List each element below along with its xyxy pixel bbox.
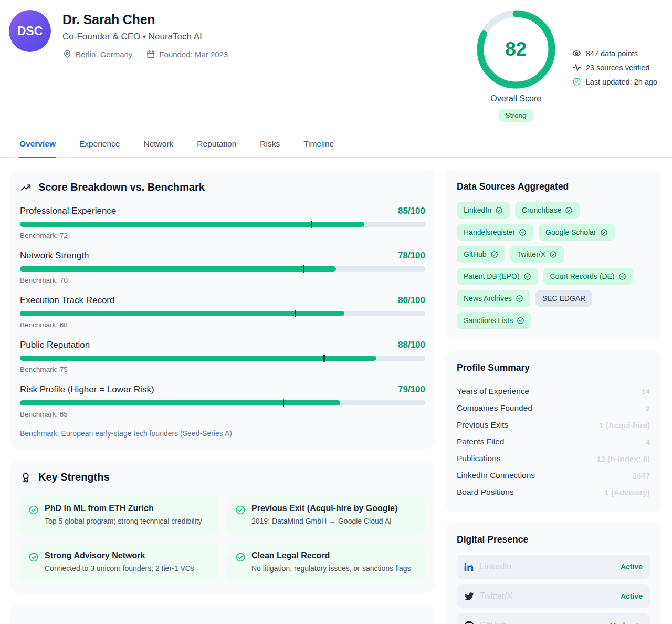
source-pill-news-archives: News Archives — [457, 290, 530, 307]
founded: Founded: Mar 2023 — [146, 49, 228, 59]
summary-row-patents-filed: Patents Filed 4 — [457, 433, 650, 450]
metric-label: Network Strength — [20, 251, 89, 261]
source-label: Patent DB (EPO) — [464, 272, 520, 280]
digital-presence-title: Digital Presence — [457, 534, 650, 545]
verified-check-icon — [516, 295, 523, 303]
tab-experience[interactable]: Experience — [79, 132, 120, 158]
profile-role: Co-Founder & CEO • NeuraTech AI — [62, 32, 228, 42]
summary-row-board-positions: Board Positions 1 (Advisory) — [457, 484, 650, 501]
source-pill-github: GitHub — [457, 246, 505, 263]
metric-label: Risk Profile (Higher = Lower Risk) — [20, 384, 154, 395]
data-sources-title: Data Sources Aggregated — [457, 181, 650, 192]
trending-up-icon — [20, 182, 32, 193]
summary-value: 2847 — [633, 471, 650, 480]
verified-check-icon — [517, 317, 524, 325]
location: Berlin, Germany — [62, 49, 132, 59]
source-label: Crunchbase — [522, 206, 562, 214]
source-pill-list: LinkedIn Crunchbase Handelsregister Goog… — [457, 202, 650, 329]
tab-timeline[interactable]: Timeline — [303, 132, 334, 158]
metric-bar — [20, 222, 425, 227]
location-text: Berlin, Germany — [76, 50, 132, 59]
strength-item: Previous Exit (Acqui-hire by Google) 201… — [227, 496, 425, 535]
summary-row-years-experience: Years of Experience 14 — [457, 383, 650, 400]
summary-value: 14 — [641, 387, 650, 396]
verified-check-icon — [549, 251, 557, 258]
stat-text: 23 sources verified — [586, 64, 650, 72]
benchmark-label: Benchmark: 72 — [20, 232, 425, 240]
strength-item: PhD in ML from ETH Zurich Top 5 global p… — [20, 496, 218, 535]
tab-network[interactable]: Network — [143, 132, 173, 158]
summary-value: 12 (h-index: 8) — [596, 454, 650, 463]
tab-bar: Overview Experience Network Reputation R… — [0, 132, 672, 158]
metric-risk-profile: Risk Profile (Higher = Lower Risk) 79/10… — [20, 384, 425, 418]
check-circle-icon — [235, 552, 246, 563]
source-label: News Archives — [464, 294, 512, 303]
metric-label: Public Reputation — [20, 340, 90, 350]
tab-reputation[interactable]: Reputation — [197, 132, 236, 158]
strength-desc: No litigation, regulatory issues, or san… — [251, 564, 411, 574]
check-circle-icon — [572, 77, 581, 86]
eye-icon — [572, 49, 581, 58]
founded-text: Founded: Mar 2023 — [159, 50, 228, 59]
tab-risks[interactable]: Risks — [260, 132, 280, 158]
strength-desc: Connected to 3 unicorn founders; 2 tier-… — [45, 564, 194, 574]
metric-label: Execution Track Record — [20, 295, 114, 306]
metric-professional-experience: Professional Experience 85/100 Benchmark… — [20, 206, 425, 240]
location-pin-icon — [62, 49, 72, 59]
summary-row-linkedin-connections: LinkedIn Connections 2847 — [457, 467, 650, 484]
overall-score-label: Overall Score — [490, 94, 541, 103]
benchmark-label: Benchmark: 65 — [20, 410, 425, 418]
metric-bar-fill — [20, 222, 364, 227]
metric-score: 79/100 — [398, 384, 425, 395]
verified-check-icon — [495, 206, 503, 214]
verified-check-icon — [523, 273, 531, 280]
summary-value: 2 — [646, 404, 650, 413]
summary-label: LinkedIn Connections — [457, 471, 535, 480]
digital-presence-card: Digital Presence LinkedIn Active Twitter… — [445, 523, 662, 624]
profile-header: DSC Dr. Sarah Chen Co-Founder & CEO • Ne… — [0, 0, 672, 122]
presence-row-linkedin[interactable]: LinkedIn Active — [457, 555, 650, 579]
key-strengths-card: Key Strengths PhD in ML from ETH Zurich … — [10, 460, 435, 593]
metric-bar-fill — [20, 266, 336, 272]
benchmark-marker — [311, 221, 313, 228]
verified-check-icon — [618, 273, 626, 280]
metric-network-strength: Network Strength 78/100 Benchmark: 70 — [20, 251, 425, 284]
benchmark-label: Benchmark: 68 — [20, 321, 425, 329]
benchmark-marker — [323, 355, 325, 362]
strength-title: Previous Exit (Acqui-hire by Google) — [251, 504, 397, 513]
presence-status: Active — [621, 592, 643, 600]
platform-name: GitHub — [480, 621, 506, 624]
tab-overview[interactable]: Overview — [19, 132, 56, 158]
presence-row-github[interactable]: GitHub Moderate — [457, 613, 650, 624]
linkedin-icon — [464, 562, 474, 572]
meta-stats: 847 data points 23 sources verified Last… — [572, 49, 657, 86]
key-strengths-title: Key Strengths — [38, 471, 110, 483]
profile-summary-card: Profile Summary Years of Experience 14 C… — [445, 351, 662, 512]
presence-row-twitter[interactable]: Twitter/X Active — [457, 584, 650, 608]
metric-score: 88/100 — [398, 340, 425, 350]
activity-icon — [572, 63, 581, 72]
check-circle-icon — [28, 552, 39, 563]
source-label: Google Scholar — [545, 228, 596, 236]
source-pill-patent-db: Patent DB (EPO) — [457, 268, 538, 285]
source-label: LinkedIn — [464, 206, 491, 214]
benchmark-marker — [283, 399, 285, 407]
summary-label: Years of Experience — [457, 387, 529, 396]
metric-bar — [20, 356, 425, 361]
source-pill-sanctions-lists: Sanctions Lists — [457, 312, 531, 329]
twitter-icon — [464, 591, 474, 601]
summary-value: 1 (Advisory) — [604, 488, 650, 497]
summary-label: Patents Filed — [457, 437, 504, 446]
benchmark-label: Benchmark: 70 — [20, 276, 425, 284]
data-sources-card: Data Sources Aggregated LinkedIn Crunchb… — [445, 170, 662, 340]
summary-row-companies-founded: Companies Founded 2 — [457, 400, 650, 417]
metric-score: 85/100 — [398, 206, 425, 216]
metric-bar — [20, 400, 425, 405]
source-label: Court Records (DE) — [550, 272, 615, 280]
metric-label: Professional Experience — [20, 206, 116, 216]
platform-name: LinkedIn — [480, 562, 512, 571]
source-label: SEC EDGAR — [542, 294, 585, 303]
avatar: DSC — [9, 10, 51, 52]
source-pill-google-scholar: Google Scholar — [539, 224, 615, 241]
calendar-icon — [146, 49, 155, 59]
